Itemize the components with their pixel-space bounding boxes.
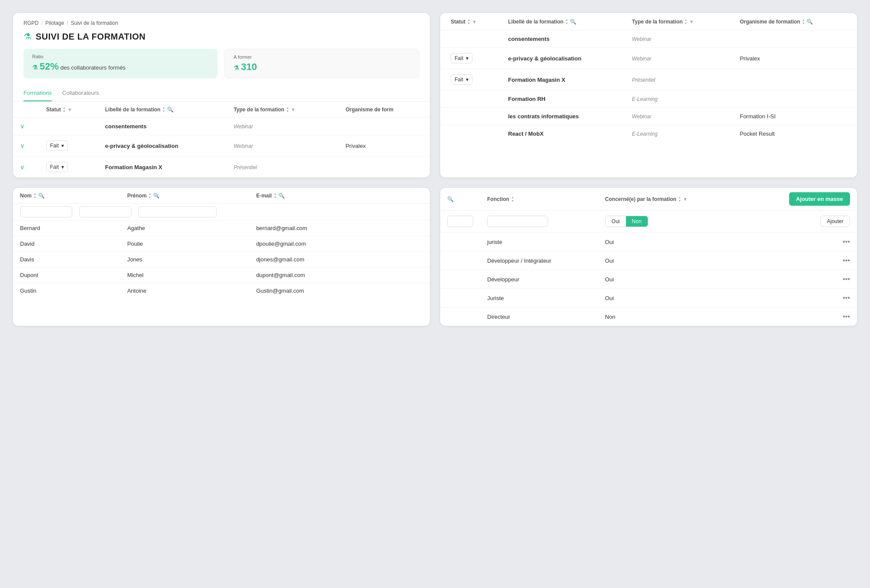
tr-col-libelle-sort[interactable]: Libellé de la formation ▲▼ bbox=[508, 18, 568, 25]
page-title: SUIVI DE LA FORMATION bbox=[36, 32, 146, 42]
libelle-cell-0: consentements bbox=[105, 123, 147, 130]
tabs-row: Formations Collaborateurs bbox=[13, 85, 430, 102]
table-row: Davis Jones djones@gmail.com bbox=[13, 252, 430, 267]
prenom-cell-3: Michel bbox=[120, 267, 249, 283]
bottom-right-table: 🔍 Fonction ▲▼ bbox=[440, 188, 857, 326]
expand-btn-2[interactable]: ∨ bbox=[20, 164, 24, 170]
non-button[interactable]: Non bbox=[626, 216, 648, 227]
bl-search-prenom[interactable]: 🔍 bbox=[153, 193, 160, 199]
nom-cell-1: David bbox=[13, 236, 120, 252]
br-filter-search[interactable] bbox=[447, 216, 473, 227]
table-row: Directeur Non ••• bbox=[440, 307, 857, 326]
tr-libelle-2: Formation Magasin X bbox=[508, 77, 565, 83]
tr-col-type-sort[interactable]: Type de la formation ▲▼ bbox=[632, 18, 687, 25]
aformer-label: A former bbox=[234, 54, 410, 60]
bl-col-nom-label: Nom bbox=[20, 193, 32, 199]
table-row: juriste Oui ••• bbox=[440, 233, 857, 251]
bl-search-email[interactable]: 🔍 bbox=[278, 193, 285, 199]
tr-libelle-1: e-privacy & géolocalisation bbox=[508, 55, 581, 62]
table-row: les contrats informatiques Webinar Forma… bbox=[440, 108, 857, 125]
tr-statut-1[interactable]: Fait▾ bbox=[451, 53, 472, 63]
table-row: David Poulie dpoulie@gmail.com bbox=[13, 236, 430, 252]
filter-icon-statut[interactable]: ▼ bbox=[67, 107, 72, 112]
br-col-concerne-label: Concerné(e) par la formation bbox=[605, 196, 676, 202]
br-col-concerne-sort[interactable]: Concerné(e) par la formation ▲▼ bbox=[605, 196, 681, 202]
tab-formations[interactable]: Formations bbox=[23, 85, 52, 101]
col-statut-label: Statut bbox=[46, 107, 61, 113]
add-masse-button[interactable]: Ajouter en masse bbox=[789, 192, 850, 206]
prenom-cell-1: Poulie bbox=[120, 236, 249, 252]
br-filter-concerne[interactable]: ▼ bbox=[683, 197, 688, 202]
col-type-sort[interactable]: Type de la formation ▲▼ bbox=[234, 106, 289, 113]
br-filter-fonction[interactable] bbox=[487, 216, 548, 227]
oui-button[interactable]: Oui bbox=[606, 216, 626, 227]
table-row bbox=[13, 204, 430, 220]
tr-type-2: Présentiel bbox=[632, 77, 655, 83]
row-actions-1[interactable]: ••• bbox=[843, 257, 850, 264]
prenom-cell-4: Antoine bbox=[120, 283, 249, 299]
sort-arrows-statut: ▲▼ bbox=[63, 106, 66, 113]
tr-filter-statut[interactable]: ▼ bbox=[472, 19, 477, 24]
tr-col-statut-sort[interactable]: Statut ▲▼ bbox=[451, 18, 470, 25]
br-search-icon[interactable]: 🔍 bbox=[447, 196, 454, 202]
bl-search-nom[interactable]: 🔍 bbox=[38, 193, 45, 199]
br-fonction-0: juriste bbox=[480, 233, 598, 251]
tr-filter-type[interactable]: ▼ bbox=[689, 19, 694, 24]
breadcrumb-level2[interactable]: Suivi de la formation bbox=[71, 20, 118, 26]
email-cell-1: dpoulie@gmail.com bbox=[249, 236, 430, 252]
breadcrumb-home[interactable]: RGPD bbox=[23, 20, 39, 26]
prenom-cell-0: Agathe bbox=[120, 220, 249, 236]
tab-collaborateurs[interactable]: Collaborateurs bbox=[62, 85, 99, 101]
formations-table-wrap: Statut ▲▼ ▼ Libellé de la formation ▲▼ bbox=[13, 102, 430, 177]
table-row: ∨ consentements Webinar bbox=[13, 117, 430, 135]
nom-cell-3: Dupont bbox=[13, 267, 120, 283]
bottom-right-table-wrap: 🔍 Fonction ▲▼ bbox=[440, 188, 857, 326]
bottom-left-table: Nom ▲▼ 🔍 Prénom ▲▼ bbox=[13, 188, 430, 298]
prenom-cell-2: Jones bbox=[120, 252, 249, 267]
tr-libelle-3: Formation RH bbox=[508, 96, 545, 102]
statut-select-2[interactable]: Fait▾ bbox=[46, 162, 68, 172]
breadcrumb-level1[interactable]: Pilotage bbox=[45, 20, 64, 26]
flask-icon-aformer: ⚗ bbox=[234, 64, 239, 71]
filter-prenom-input[interactable] bbox=[79, 206, 131, 217]
br-fonction-1: Développeur / Intégrateur bbox=[480, 251, 598, 270]
table-row: Bernard Agathe bernard@gmail.com bbox=[13, 220, 430, 236]
sort-arrows-type: ▲▼ bbox=[286, 106, 289, 113]
row-actions-3[interactable]: ••• bbox=[843, 294, 850, 302]
tr-col-organisme-sort[interactable]: Organisme de formation ▲▼ bbox=[740, 18, 805, 25]
formations-table: Statut ▲▼ ▼ Libellé de la formation ▲▼ bbox=[13, 102, 430, 177]
ratio-value: ⚗52%des collaborateurs formés bbox=[32, 61, 209, 72]
search-icon-libelle[interactable]: 🔍 bbox=[167, 107, 174, 113]
br-col-fonction-sort[interactable]: Fonction ▲▼ bbox=[487, 196, 514, 202]
filter-nom-input[interactable] bbox=[20, 206, 72, 217]
bl-col-prenom-sort[interactable]: Prénom ▲▼ bbox=[127, 192, 151, 199]
col-libelle-sort[interactable]: Libellé de la formation ▲▼ bbox=[105, 106, 165, 113]
tr-search-organisme[interactable]: 🔍 bbox=[806, 19, 813, 25]
tr-search-libelle[interactable]: 🔍 bbox=[570, 19, 576, 25]
filter-email-input[interactable] bbox=[138, 206, 217, 217]
table-row: Oui Non Ajouter bbox=[440, 210, 857, 233]
libelle-cell-2: Formation Magasin X bbox=[105, 164, 162, 170]
bl-col-email-sort[interactable]: E-mail ▲▼ bbox=[256, 192, 277, 199]
br-fonction-4: Directeur bbox=[480, 307, 598, 326]
row-actions-2[interactable]: ••• bbox=[843, 275, 850, 283]
aformer-metric: A former ⚗310 bbox=[224, 49, 419, 78]
sort-arrows-libelle: ▲▼ bbox=[162, 106, 165, 113]
bl-col-prenom-label: Prénom bbox=[127, 193, 147, 199]
filter-icon-type[interactable]: ▼ bbox=[291, 107, 296, 112]
table-row: React / MobX E-Learning Pocket Result bbox=[440, 125, 857, 143]
table-row: Fait▾ Formation Magasin X Présentiel bbox=[440, 69, 857, 90]
ajouter-button[interactable]: Ajouter bbox=[820, 216, 850, 227]
expand-btn-0[interactable]: ∨ bbox=[20, 123, 24, 130]
bl-col-nom-sort[interactable]: Nom ▲▼ bbox=[20, 192, 37, 199]
row-actions-4[interactable]: ••• bbox=[843, 313, 850, 321]
nom-cell-0: Bernard bbox=[13, 220, 120, 236]
br-concerne-3: Oui bbox=[598, 289, 744, 307]
col-statut-sort[interactable]: Statut ▲▼ bbox=[46, 106, 66, 113]
email-cell-3: dupont@gmail.com bbox=[249, 267, 430, 283]
tr-statut-2[interactable]: Fait▾ bbox=[451, 74, 472, 85]
row-actions-0[interactable]: ••• bbox=[843, 238, 850, 246]
statut-select-1[interactable]: Fait▾ bbox=[46, 140, 68, 151]
expand-btn-1[interactable]: ∨ bbox=[20, 142, 24, 149]
br-concerne-4: Non bbox=[598, 307, 744, 326]
